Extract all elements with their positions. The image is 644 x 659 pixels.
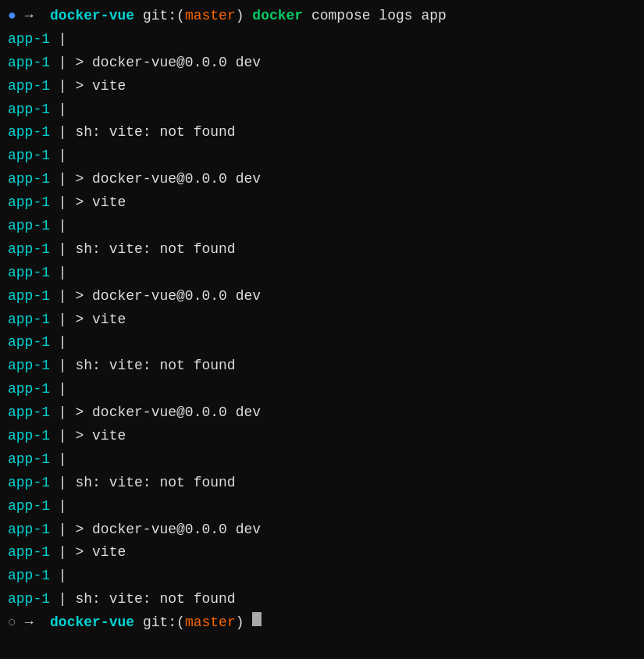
prompt-space <box>16 5 25 27</box>
terminal-cursor <box>252 612 262 626</box>
log-line: app-1 | > vite <box>0 425 644 448</box>
bottom-prompt-directory: docker-vue <box>50 612 134 634</box>
log-line: app-1 | <box>0 378 644 401</box>
prompt-space4 <box>244 5 253 27</box>
prompt-command-rest: compose logs app <box>303 5 447 27</box>
bottom-prompt-space3 <box>134 612 143 634</box>
log-line: app-1 | > docker-vue@0.0.0 dev <box>0 401 644 425</box>
log-line: app-1 | <box>0 448 644 472</box>
log-line: app-1 | <box>0 215 644 238</box>
log-line: app-1 | sh: vite: not found <box>0 238 644 262</box>
bottom-prompt-line: ○ → docker-vue git:(master) <box>0 611 644 635</box>
prompt-git-suffix: ) <box>236 5 244 27</box>
bottom-prompt-space <box>16 612 25 634</box>
log-line: app-1 | <box>0 28 644 52</box>
log-line: app-1 | <box>0 144 644 168</box>
prompt-space2 <box>33 5 50 27</box>
prompt-dot: ● <box>8 5 16 27</box>
log-line: app-1 | sh: vite: not found <box>0 588 644 611</box>
log-line: app-1 | > docker-vue@0.0.0 dev <box>0 285 644 308</box>
prompt-space3 <box>134 5 143 27</box>
bottom-prompt-space4 <box>244 612 253 634</box>
prompt-directory: docker-vue <box>50 5 134 27</box>
log-line: app-1 | sh: vite: not found <box>0 354 644 378</box>
log-line: app-1 | sh: vite: not found <box>0 121 644 144</box>
log-line: app-1 | > vite <box>0 541 644 565</box>
log-line: app-1 | > docker-vue@0.0.0 dev <box>0 168 644 191</box>
log-line: app-1 | <box>0 495 644 518</box>
prompt-command: docker <box>252 5 303 27</box>
bottom-prompt-space2 <box>33 612 50 634</box>
bottom-prompt-branch: master <box>185 612 236 634</box>
log-line: app-1 | > vite <box>0 308 644 332</box>
log-line: app-1 | <box>0 98 644 122</box>
terminal-window: ● → docker-vue git:(master) docker compo… <box>0 0 644 659</box>
log-line: app-1 | sh: vite: not found <box>0 472 644 495</box>
log-line: app-1 | > vite <box>0 75 644 98</box>
log-line: app-1 | > docker-vue@0.0.0 dev <box>0 518 644 542</box>
prompt-branch: master <box>185 5 236 27</box>
log-line: app-1 | <box>0 565 644 588</box>
bottom-prompt-arrow: → <box>25 612 34 634</box>
log-line: app-1 | > vite <box>0 191 644 215</box>
bottom-prompt-dot: ○ <box>8 612 16 634</box>
prompt-git-prefix: git:( <box>143 5 185 27</box>
top-prompt-line: ● → docker-vue git:(master) docker compo… <box>0 5 644 28</box>
bottom-prompt-git-suffix: ) <box>236 612 244 634</box>
prompt-arrow: → <box>25 5 34 27</box>
log-line: app-1 | <box>0 331 644 354</box>
log-line: app-1 | > docker-vue@0.0.0 dev <box>0 52 644 75</box>
bottom-prompt-git-prefix: git:( <box>143 612 185 634</box>
log-line: app-1 | <box>0 262 644 285</box>
